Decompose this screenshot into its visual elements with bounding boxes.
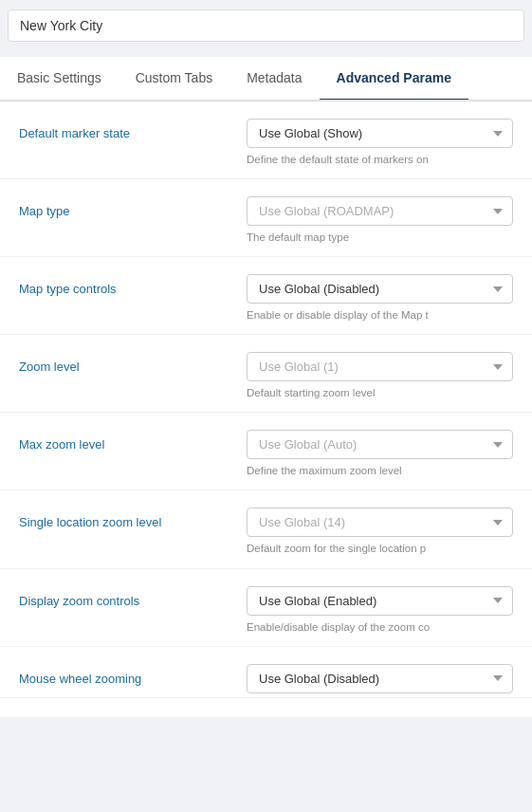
setting-control-2: Use Global (Disabled)Enable or disable d… xyxy=(247,274,513,330)
setting-select-5[interactable]: Use Global (14) xyxy=(247,508,513,537)
setting-control-0: Use Global (Show)Define the default stat… xyxy=(247,119,513,175)
setting-row-7: Mouse wheel zoomingUse Global (Disabled) xyxy=(0,647,532,698)
settings-content: Default marker stateUse Global (Show)Def… xyxy=(0,102,532,717)
setting-select-7[interactable]: Use Global (Disabled) xyxy=(247,664,513,693)
setting-select-2[interactable]: Use Global (Disabled) xyxy=(247,274,513,304)
setting-control-6: Use Global (Enabled)Enable/disable displ… xyxy=(247,586,513,642)
setting-select-0[interactable]: Use Global (Show) xyxy=(247,119,513,148)
setting-label-2: Map type controls xyxy=(19,274,247,296)
setting-label-7: Mouse wheel zooming xyxy=(19,664,247,686)
setting-label-1: Map type xyxy=(19,196,247,218)
setting-row-1: Map typeUse Global (ROADMAP)The default … xyxy=(0,179,532,257)
setting-hint-1: The default map type xyxy=(247,230,513,245)
setting-control-4: Use Global (Auto)Define the maximum zoom… xyxy=(247,430,513,486)
tab-basic[interactable]: Basic Settings xyxy=(0,57,119,102)
setting-hint-5: Default zoom for the single location p xyxy=(247,541,513,556)
setting-label-6: Display zoom controls xyxy=(19,586,247,608)
setting-control-7: Use Global (Disabled) xyxy=(247,664,513,693)
setting-select-4[interactable]: Use Global (Auto) xyxy=(247,430,513,459)
setting-hint-3: Default starting zoom level xyxy=(247,385,513,400)
tab-metadata[interactable]: Metadata xyxy=(229,57,319,102)
setting-row-0: Default marker stateUse Global (Show)Def… xyxy=(0,102,532,179)
setting-row-4: Max zoom levelUse Global (Auto)Define th… xyxy=(0,413,532,490)
setting-control-5: Use Global (14)Default zoom for the sing… xyxy=(247,508,513,563)
setting-row-3: Zoom levelUse Global (1)Default starting… xyxy=(0,335,532,413)
setting-row-5: Single location zoom levelUse Global (14… xyxy=(0,490,532,568)
setting-row-2: Map type controlsUse Global (Disabled)En… xyxy=(0,257,532,335)
setting-label-5: Single location zoom level xyxy=(19,508,247,529)
setting-hint-6: Enable/disable display of the zoom co xyxy=(247,619,513,635)
setting-select-3[interactable]: Use Global (1) xyxy=(247,352,513,381)
setting-row-6: Display zoom controlsUse Global (Enabled… xyxy=(0,569,532,647)
tabs-bar: Basic SettingsCustom TabsMetadataAdvance… xyxy=(0,57,532,102)
tab-custom[interactable]: Custom Tabs xyxy=(119,57,229,102)
setting-hint-0: Define the default state of markers on xyxy=(247,152,513,167)
setting-hint-4: Define the maximum zoom level xyxy=(247,463,513,478)
setting-label-3: Zoom level xyxy=(19,352,247,374)
setting-label-0: Default marker state xyxy=(19,119,247,140)
setting-control-1: Use Global (ROADMAP)The default map type xyxy=(247,196,513,252)
location-input[interactable]: New York City xyxy=(8,9,524,42)
setting-hint-2: Enable or disable display of the Map t xyxy=(247,307,513,323)
setting-select-6[interactable]: Use Global (Enabled) xyxy=(247,586,513,616)
setting-select-1[interactable]: Use Global (ROADMAP) xyxy=(247,196,513,226)
tab-advanced[interactable]: Advanced Parame xyxy=(320,57,468,102)
setting-label-4: Max zoom level xyxy=(19,430,247,452)
setting-control-3: Use Global (1)Default starting zoom leve… xyxy=(247,352,513,408)
